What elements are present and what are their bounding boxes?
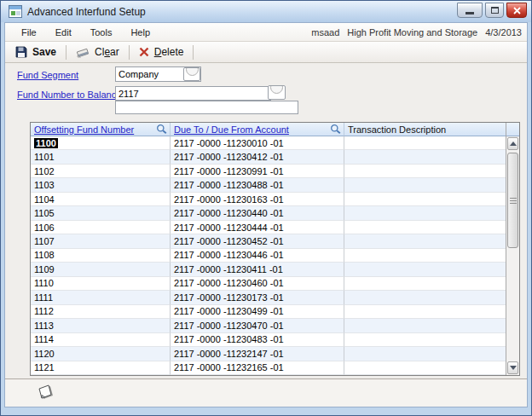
cell-account[interactable]: 2117 -0000 -11230483 -01 (171, 333, 344, 347)
table-row[interactable]: 11032117 -0000 -11230488 -01 (31, 178, 506, 192)
cell-fund-number[interactable]: 1105 (31, 206, 171, 220)
cell-account[interactable]: 2117 -0000 -11230411 -01 (171, 263, 344, 276)
scroll-up-button[interactable] (507, 137, 518, 150)
table-row[interactable]: 11092117 -0000 -11230411 -01 (31, 263, 506, 276)
cell-fund-number[interactable]: 1109 (31, 263, 171, 276)
cell-account[interactable]: 2117 -0000 -11230412 -01 (171, 150, 344, 164)
cell-account[interactable]: 2117 -0000 -11232165 -01 (171, 361, 344, 375)
menu-help[interactable]: Help (121, 25, 159, 40)
table-row[interactable]: 11002117 -0000 -11230010 -01 (31, 136, 506, 150)
save-button[interactable]: Save (9, 44, 63, 60)
cell-description[interactable] (344, 333, 506, 347)
cell-description[interactable] (344, 263, 506, 276)
table-row[interactable]: 11022117 -0000 -11230991 -01 (31, 165, 506, 178)
cell-account[interactable]: 2117 -0000 -11230010 -01 (171, 136, 344, 150)
cell-description[interactable] (344, 193, 506, 206)
cell-fund-number[interactable]: 1104 (31, 193, 171, 206)
cell-fund-number[interactable]: 1106 (31, 221, 171, 234)
menu-file[interactable]: File (12, 25, 46, 40)
fund-number-expansion-button[interactable] (268, 85, 286, 100)
table-row[interactable]: 11102117 -0000 -11230460 -01 (31, 277, 506, 291)
table-row[interactable]: 11042117 -0000 -11230163 -01 (31, 193, 506, 206)
title-bar[interactable]: Advanced Interfund Setup (1, 1, 531, 22)
menu-edit[interactable]: Edit (46, 25, 81, 40)
table-row[interactable]: 11132117 -0000 -11230470 -01 (31, 319, 506, 332)
table-row[interactable]: 11012117 -0000 -11230412 -01 (31, 150, 506, 164)
cell-fund-number[interactable]: 1107 (31, 234, 171, 248)
cell-description[interactable] (344, 165, 506, 178)
cell-fund-number[interactable]: 1120 (31, 347, 171, 361)
cell-account[interactable]: 2117 -0000 -11230452 -01 (171, 234, 344, 248)
clear-button[interactable]: Clear (69, 44, 126, 60)
cell-account[interactable]: 2117 -0000 -11230470 -01 (171, 319, 344, 332)
cell-fund-number[interactable]: 1110 (31, 277, 171, 291)
save-label: Save (32, 46, 56, 58)
cell-fund-number[interactable]: 1101 (31, 150, 171, 164)
table-row[interactable]: 11202117 -0000 -11232147 -01 (31, 347, 506, 361)
delete-button[interactable]: Delete (132, 44, 191, 60)
cell-fund-number[interactable]: 1108 (31, 249, 171, 263)
cell-account[interactable]: 2117 -0000 -11230488 -01 (171, 178, 344, 192)
header-offsetting-fund-number[interactable]: Offsetting Fund Number (31, 123, 171, 136)
lookup-icon[interactable] (330, 124, 341, 135)
table-row[interactable]: 11082117 -0000 -11230446 -01 (31, 249, 506, 263)
cell-fund-number[interactable]: 1102 (31, 165, 171, 178)
cell-fund-number[interactable]: 1121 (31, 361, 171, 375)
cell-description[interactable] (344, 150, 506, 164)
note-icon[interactable] (36, 384, 56, 403)
cell-account[interactable]: 2117 -0000 -11230499 -01 (171, 305, 344, 319)
interfund-grid: Offsetting Fund Number Due To / Due From… (30, 122, 520, 376)
lookup-icon[interactable] (156, 124, 167, 135)
cell-description[interactable] (344, 206, 506, 220)
cell-account[interactable]: 2117 -0000 -11230173 -01 (171, 291, 344, 304)
cell-account[interactable]: 2117 -0000 -11230446 -01 (171, 249, 344, 263)
table-row[interactable]: 11072117 -0000 -11230452 -01 (31, 234, 506, 248)
cell-description[interactable] (344, 305, 506, 319)
cell-account[interactable]: 2117 -0000 -11230163 -01 (171, 193, 344, 206)
cell-description[interactable] (344, 234, 506, 248)
minimize-button[interactable] (457, 3, 483, 18)
vertical-scrollbar[interactable] (506, 123, 519, 375)
header-due-to-from-account[interactable]: Due To / Due From Account (171, 123, 344, 136)
cell-fund-number[interactable]: 1114 (31, 333, 171, 347)
toolbar-separator (129, 45, 130, 60)
cell-description[interactable] (344, 249, 506, 263)
fund-number-field[interactable]: 2117 (115, 86, 271, 101)
cell-description[interactable] (344, 319, 506, 332)
cell-fund-number[interactable]: 1100 (31, 136, 171, 150)
cell-fund-number[interactable]: 1111 (31, 291, 171, 304)
fund-number-label[interactable]: Fund Number to Balance (17, 90, 121, 100)
cell-account[interactable]: 2117 -0000 -11232147 -01 (171, 347, 344, 361)
table-row[interactable]: 11062117 -0000 -11230444 -01 (31, 221, 506, 234)
cell-fund-number[interactable]: 1113 (31, 319, 171, 332)
cell-fund-number[interactable]: 1103 (31, 178, 171, 192)
menu-bar: File Edit Tools Help msaad High Profit M… (5, 23, 527, 42)
scrollbar-thumb[interactable] (507, 153, 518, 248)
fund-segment-expansion-button[interactable] (183, 67, 200, 81)
table-row[interactable]: 11212117 -0000 -11232165 -01 (31, 361, 506, 375)
cell-description[interactable] (344, 277, 506, 291)
cell-account[interactable]: 2117 -0000 -11230444 -01 (171, 221, 344, 234)
scrollbar-track[interactable] (506, 151, 519, 361)
scroll-down-button[interactable] (507, 361, 518, 374)
cell-description[interactable] (344, 361, 506, 375)
fund-segment-label[interactable]: Fund Segment (17, 70, 78, 80)
cell-account[interactable]: 2117 -0000 -11230460 -01 (171, 277, 344, 291)
table-row[interactable]: 11112117 -0000 -11230173 -01 (31, 291, 506, 304)
close-button[interactable] (506, 3, 527, 18)
cell-description[interactable] (344, 347, 506, 361)
table-row[interactable]: 11122117 -0000 -11230499 -01 (31, 305, 506, 319)
cell-description[interactable] (344, 136, 506, 150)
cell-account[interactable]: 2117 -0000 -11230440 -01 (171, 206, 344, 220)
delete-x-icon (139, 47, 149, 57)
cell-description[interactable] (344, 291, 506, 304)
cell-description[interactable] (344, 178, 506, 192)
cell-fund-number[interactable]: 1112 (31, 305, 171, 319)
fund-description-field[interactable] (115, 101, 298, 114)
maximize-button[interactable] (485, 3, 504, 18)
table-row[interactable]: 11142117 -0000 -11230483 -01 (31, 333, 506, 347)
cell-description[interactable] (344, 221, 506, 234)
cell-account[interactable]: 2117 -0000 -11230991 -01 (171, 165, 344, 178)
menu-tools[interactable]: Tools (81, 25, 122, 40)
table-row[interactable]: 11052117 -0000 -11230440 -01 (31, 206, 506, 220)
